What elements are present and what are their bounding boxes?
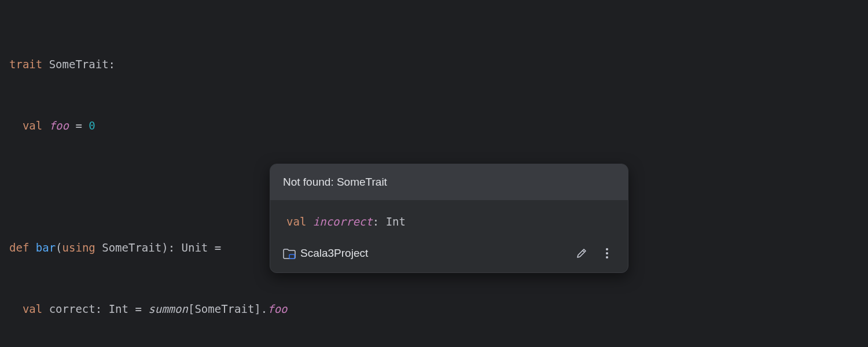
- tooltip-body: val incorrect: Int: [270, 200, 628, 236]
- summon-call: summon: [148, 302, 188, 315]
- type-name: SomeTrait: [194, 302, 254, 315]
- code-line: val foo = 0: [9, 113, 859, 139]
- type-name: SomeTrait: [102, 241, 161, 254]
- project-name: Scala3Project: [300, 245, 564, 262]
- svg-rect-0: [289, 254, 295, 259]
- type-name: Unit: [182, 241, 208, 254]
- punct: ]: [254, 302, 260, 315]
- punct: :: [373, 215, 386, 228]
- keyword-val: val: [23, 302, 42, 315]
- operator: =: [69, 119, 89, 132]
- edit-icon[interactable]: [573, 245, 590, 261]
- tooltip-footer: Scala3Project: [270, 237, 628, 272]
- identifier: incorrect: [313, 215, 373, 228]
- punct: :: [109, 58, 115, 71]
- keyword-val: val: [286, 215, 306, 228]
- punct: ): [161, 241, 168, 254]
- punct: .: [261, 302, 267, 315]
- function-name: bar: [36, 241, 56, 254]
- keyword-trait: trait: [9, 58, 42, 71]
- code-line: trait SomeTrait:: [9, 51, 859, 77]
- operator: =: [128, 302, 148, 315]
- keyword-val: val: [23, 119, 42, 132]
- identifier: correct: [49, 302, 95, 315]
- keyword-def: def: [9, 241, 29, 254]
- code-line: val correct: Int = summon[SomeTrait].foo: [9, 296, 859, 322]
- error-tooltip: Not found: SomeTrait val incorrect: Int …: [270, 164, 628, 273]
- punct: :: [95, 302, 109, 315]
- type-name: Int: [386, 215, 406, 228]
- operator: =: [208, 241, 221, 254]
- keyword-using: using: [62, 241, 95, 254]
- type-name: Int: [109, 302, 128, 315]
- identifier: foo: [49, 119, 69, 132]
- tooltip-header: Not found: SomeTrait: [270, 164, 628, 200]
- more-icon[interactable]: [599, 245, 615, 261]
- property-access: foo: [267, 302, 287, 315]
- punct: :: [168, 241, 182, 254]
- punct: [: [188, 302, 194, 315]
- punct: (: [56, 241, 62, 254]
- type-name: SomeTrait: [49, 58, 109, 71]
- folder-icon: [283, 249, 295, 258]
- number-literal: 0: [89, 119, 95, 132]
